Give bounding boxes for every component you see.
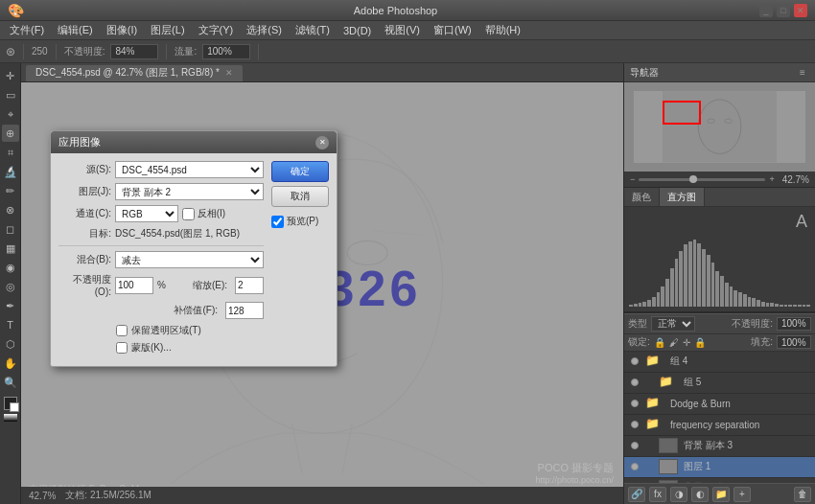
move-tool[interactable]: ✛ — [2, 67, 19, 84]
hand-tool[interactable]: ✋ — [2, 355, 19, 372]
shape-tool[interactable]: ⬡ — [2, 335, 19, 353]
layer-item[interactable]: 📁组 4 — [624, 352, 815, 373]
pen-tool[interactable]: ✒ — [2, 297, 19, 314]
layer-visibility-toggle[interactable] — [628, 397, 641, 410]
channel-select[interactable]: RGB — [115, 205, 178, 222]
menu-item-f[interactable]: 文件(F) — [4, 21, 50, 39]
apply-image-dialog[interactable]: 应用图像 ✕ 源(S): DSC_4554.psd — [50, 130, 338, 367]
maximize-button[interactable]: □ — [777, 4, 790, 17]
histogram-A-label: A — [796, 212, 807, 232]
layer-visibility-toggle[interactable] — [628, 439, 641, 452]
menu-item-l[interactable]: 图层(L) — [145, 21, 190, 39]
zoom-slider[interactable] — [639, 178, 765, 181]
opacity-input[interactable] — [110, 44, 158, 59]
navigator-panel: 导航器 ≡ − — [624, 63, 815, 188]
canvas-image[interactable]: 459326 POCO 摄影专题 http://photo.poco.cn/ 实… — [21, 82, 623, 504]
blending-select[interactable]: 减去 — [115, 251, 264, 268]
add-style-button[interactable]: fx — [649, 487, 666, 502]
brush-tool[interactable]: ✏ — [2, 182, 19, 199]
tab-close-icon[interactable]: ✕ — [225, 68, 233, 78]
preview-checkbox[interactable] — [271, 216, 284, 228]
ok-button[interactable]: 确定 — [271, 161, 329, 182]
eye-icon — [631, 442, 639, 449]
gradient-tool[interactable]: ▦ — [2, 240, 19, 257]
lock-paint-icon[interactable]: 🖌 — [669, 337, 679, 348]
magic-wand-tool[interactable]: ⊕ — [2, 125, 19, 142]
new-group-button[interactable]: 📁 — [712, 487, 730, 502]
layer-visibility-toggle[interactable] — [628, 418, 641, 431]
zoom-in-icon[interactable]: + — [769, 174, 774, 184]
canvas-area: DSC_4554.psd @ 42.7% (图层 1, RGB/8) * ✕ — [21, 63, 623, 504]
layers-list[interactable]: 📁组 4📁组 5📁Dodge & Burn📁frequency separati… — [624, 352, 815, 483]
layer-item[interactable]: 📁Dodge & Burn — [624, 394, 815, 415]
flow-input[interactable] — [202, 44, 250, 59]
delete-layer-button[interactable]: 🗑 — [794, 487, 811, 502]
eye-icon — [631, 357, 639, 365]
link-layers-button[interactable]: 🔗 — [628, 487, 645, 502]
layer-visibility-toggle[interactable] — [628, 460, 641, 473]
menu-item-t[interactable]: 滤镜(T) — [290, 21, 336, 39]
select-tool[interactable]: ▭ — [2, 86, 19, 103]
layer-opacity-input[interactable] — [777, 317, 811, 331]
histogram-tab[interactable]: 直方图 — [660, 188, 705, 206]
histogram-bar — [725, 283, 729, 307]
menu-item-y[interactable]: 文字(Y) — [193, 21, 240, 39]
text-tool[interactable]: T — [2, 316, 19, 333]
histogram-bar — [806, 305, 810, 307]
lasso-tool[interactable]: ⌖ — [2, 105, 19, 123]
menu-item-dd[interactable]: 3D(D) — [338, 23, 377, 38]
mask-checkbox[interactable] — [116, 342, 128, 354]
dialog-title-bar[interactable]: 应用图像 ✕ — [51, 131, 337, 153]
dialog-close-button[interactable]: ✕ — [315, 136, 329, 149]
histogram-bar — [697, 243, 701, 307]
close-button[interactable]: ✕ — [794, 4, 807, 17]
new-layer-button[interactable]: + — [734, 487, 751, 502]
zoom-tool[interactable]: 🔍 — [2, 374, 19, 391]
histogram-panel: 颜色 直方图 A — [624, 188, 815, 312]
blur-tool[interactable]: ◉ — [2, 259, 19, 276]
layer-item[interactable]: 背景 副本 3 — [624, 436, 815, 457]
zoom-out-icon[interactable]: − — [630, 174, 635, 184]
layer-select[interactable]: 背景 副本 2 — [115, 183, 264, 200]
new-adjustment-button[interactable]: ◐ — [691, 487, 709, 502]
histogram-bar — [780, 305, 783, 307]
minimize-button[interactable]: _ — [759, 4, 773, 17]
opacity-dialog-input[interactable] — [115, 277, 153, 294]
panel-icon-collapse[interactable]: ≡ — [796, 66, 809, 80]
eyedropper-tool[interactable]: 🔬 — [2, 163, 19, 180]
invert-checkbox[interactable] — [182, 208, 195, 220]
color-tab[interactable]: 颜色 — [624, 188, 660, 206]
layer-fill-input[interactable] — [777, 335, 811, 349]
canvas-tab-item[interactable]: DSC_4554.psd @ 42.7% (图层 1, RGB/8) * ✕ — [25, 64, 244, 81]
clone-tool[interactable]: ⊗ — [2, 201, 19, 218]
blend-mode-select[interactable]: 正常 — [651, 316, 695, 332]
source-select[interactable]: DSC_4554.psd — [115, 161, 264, 178]
offset-input[interactable] — [225, 302, 264, 319]
layer-item[interactable]: 图层 1 — [624, 457, 815, 478]
app-icon: 🎨 — [8, 3, 24, 18]
menu-item-e[interactable]: 编辑(E) — [52, 21, 99, 39]
cancel-button[interactable]: 取消 — [271, 186, 329, 207]
histogram-bar — [803, 305, 806, 307]
eraser-tool[interactable]: ◻ — [2, 220, 19, 238]
histogram-bar — [730, 286, 734, 307]
dodge-tool[interactable]: ◎ — [2, 278, 19, 295]
layer-visibility-toggle[interactable] — [628, 355, 641, 368]
menu-item-v[interactable]: 视图(V) — [379, 21, 426, 39]
layer-visibility-toggle[interactable] — [628, 376, 641, 389]
lock-trans-icon[interactable]: 🔒 — [654, 337, 665, 348]
canvas-tab-bar: DSC_4554.psd @ 42.7% (图层 1, RGB/8) * ✕ — [21, 63, 623, 82]
add-mask-button[interactable]: ◑ — [670, 487, 687, 502]
layer-item[interactable]: 📁组 5 — [624, 373, 815, 394]
crop-tool[interactable]: ⌗ — [2, 144, 19, 161]
navigator-header[interactable]: 导航器 ≡ — [624, 63, 815, 82]
lock-move-icon[interactable]: ✛ — [683, 337, 690, 348]
scale-input[interactable] — [235, 277, 264, 294]
preserve-checkbox[interactable] — [116, 325, 128, 336]
lock-all-icon[interactable]: 🔒 — [694, 337, 706, 348]
menu-item-h[interactable]: 帮助(H) — [479, 21, 526, 39]
menu-item-i[interactable]: 图像(I) — [101, 21, 143, 39]
layer-item[interactable]: 📁frequency separation — [624, 415, 815, 436]
menu-item-s[interactable]: 选择(S) — [241, 21, 288, 39]
menu-item-w[interactable]: 窗口(W) — [428, 21, 477, 39]
